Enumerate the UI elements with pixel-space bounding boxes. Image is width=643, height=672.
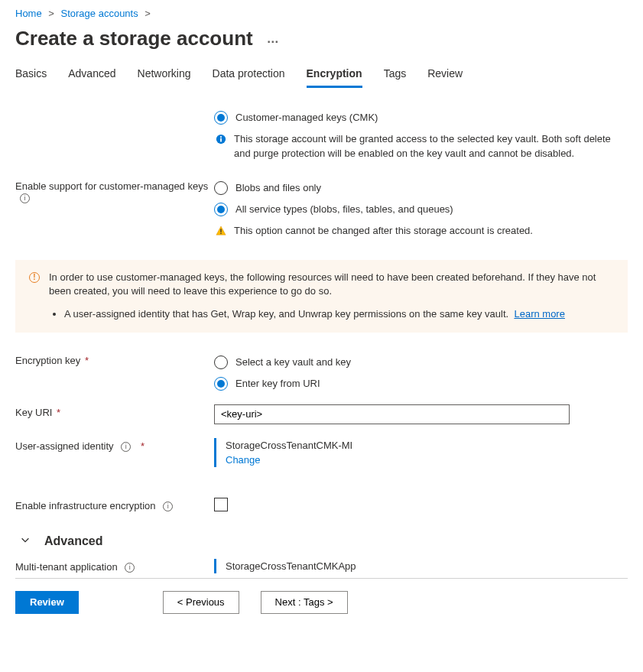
banner-text: In order to use customer-managed keys, t… bbox=[49, 271, 614, 300]
tabs: Basics Advanced Networking Data protecti… bbox=[15, 67, 628, 88]
encryption-key-label-col: Encryption key * bbox=[15, 352, 214, 366]
key-uri-label-col: Key URI * bbox=[15, 404, 214, 418]
key-uri-input[interactable] bbox=[214, 404, 570, 424]
tab-data-protection[interactable]: Data protection bbox=[213, 67, 285, 88]
tab-encryption[interactable]: Encryption bbox=[307, 67, 362, 88]
radio-all-services[interactable] bbox=[214, 203, 228, 216]
support-label-col: Enable support for customer-managed keys… bbox=[15, 178, 214, 203]
svg-rect-4 bbox=[220, 229, 221, 232]
svg-point-1 bbox=[220, 136, 222, 138]
tab-basics[interactable]: Basics bbox=[15, 67, 47, 88]
encryption-key-label: Encryption key bbox=[15, 355, 80, 366]
svg-rect-5 bbox=[220, 232, 221, 233]
banner-warning-icon: ! bbox=[29, 272, 40, 283]
banner-learn-more-link[interactable]: Learn more bbox=[514, 308, 564, 320]
required-indicator: * bbox=[135, 440, 145, 452]
radio-select-keyvault-label[interactable]: Select a key vault and key bbox=[235, 355, 351, 368]
radio-all-services-label[interactable]: All service types (blobs, files, tables,… bbox=[235, 203, 453, 215]
radio-select-keyvault[interactable] bbox=[214, 355, 228, 369]
advanced-section-title: Advanced bbox=[44, 534, 102, 548]
radio-enter-uri-label[interactable]: Enter key from URI bbox=[235, 377, 320, 389]
required-indicator: * bbox=[82, 355, 89, 366]
next-button[interactable]: Next : Tags > bbox=[261, 591, 348, 614]
radio-cmk-label[interactable]: Customer-managed keys (CMK) bbox=[235, 111, 378, 123]
infra-encryption-label: Enable infrastructure encryption bbox=[15, 500, 156, 511]
identity-block: StorageCrossTenantCMK-MI Change bbox=[214, 438, 628, 467]
help-icon[interactable]: i bbox=[163, 502, 173, 511]
identity-label: User-assigned identity bbox=[15, 440, 114, 452]
radio-blobs-files[interactable] bbox=[214, 181, 228, 195]
support-warning-text: This option cannot be changed after this… bbox=[234, 224, 533, 239]
tab-tags[interactable]: Tags bbox=[384, 67, 407, 88]
breadcrumb-sep: > bbox=[145, 8, 151, 19]
identity-change-link[interactable]: Change bbox=[226, 454, 261, 466]
more-actions-icon[interactable]: … bbox=[267, 32, 281, 46]
radio-cmk[interactable] bbox=[214, 111, 228, 125]
warning-icon bbox=[216, 226, 226, 236]
breadcrumb-sep: > bbox=[48, 8, 54, 19]
help-icon[interactable]: i bbox=[125, 563, 135, 573]
identity-value: StorageCrossTenantCMK-MI bbox=[226, 440, 628, 451]
infra-encryption-checkbox[interactable] bbox=[214, 498, 228, 511]
info-icon bbox=[216, 134, 226, 144]
chevron-down-icon bbox=[20, 534, 31, 547]
multi-tenant-value: StorageCrossTenantCMKApp bbox=[226, 560, 356, 572]
advanced-section-toggle[interactable]: Advanced bbox=[20, 534, 628, 548]
multi-tenant-value-block: StorageCrossTenantCMKApp bbox=[214, 559, 628, 573]
page-title: Create a storage account … bbox=[15, 27, 628, 50]
banner-bullet: A user-assigned identity that has Get, W… bbox=[64, 307, 614, 322]
radio-blobs-files-label[interactable]: Blobs and files only bbox=[235, 181, 321, 193]
tab-networking[interactable]: Networking bbox=[138, 67, 191, 88]
prerequisite-banner: ! In order to use customer-managed keys,… bbox=[15, 260, 628, 333]
infra-encryption-label-col: Enable infrastructure encryption i bbox=[15, 498, 214, 511]
breadcrumb: Home > Storage accounts > bbox=[15, 0, 628, 24]
breadcrumb-storage-accounts[interactable]: Storage accounts bbox=[61, 8, 138, 19]
divider bbox=[15, 578, 628, 579]
radio-enter-uri[interactable] bbox=[214, 377, 228, 391]
cmk-info-text: This storage account will be granted acc… bbox=[234, 132, 628, 161]
banner-bullet-text: A user-assigned identity that has Get, W… bbox=[64, 308, 508, 320]
help-icon[interactable]: i bbox=[121, 442, 131, 452]
tab-advanced[interactable]: Advanced bbox=[68, 67, 115, 88]
review-button[interactable]: Review bbox=[15, 591, 79, 614]
support-label: Enable support for customer-managed keys bbox=[15, 180, 208, 192]
multi-tenant-label-col: Multi-tenant application i bbox=[15, 559, 214, 573]
required-indicator: * bbox=[54, 407, 60, 418]
svg-rect-2 bbox=[220, 138, 222, 142]
identity-label-col: User-assigned identity i * bbox=[15, 438, 214, 452]
tab-review[interactable]: Review bbox=[427, 67, 463, 88]
previous-button[interactable]: < Previous bbox=[163, 591, 239, 614]
footer-bar: Review < Previous Next : Tags > bbox=[15, 591, 628, 614]
key-uri-label: Key URI bbox=[15, 407, 52, 418]
help-icon[interactable]: i bbox=[20, 193, 30, 203]
breadcrumb-home[interactable]: Home bbox=[15, 8, 42, 19]
page-title-text: Create a storage account bbox=[15, 27, 253, 50]
multi-tenant-label: Multi-tenant application bbox=[15, 561, 118, 573]
